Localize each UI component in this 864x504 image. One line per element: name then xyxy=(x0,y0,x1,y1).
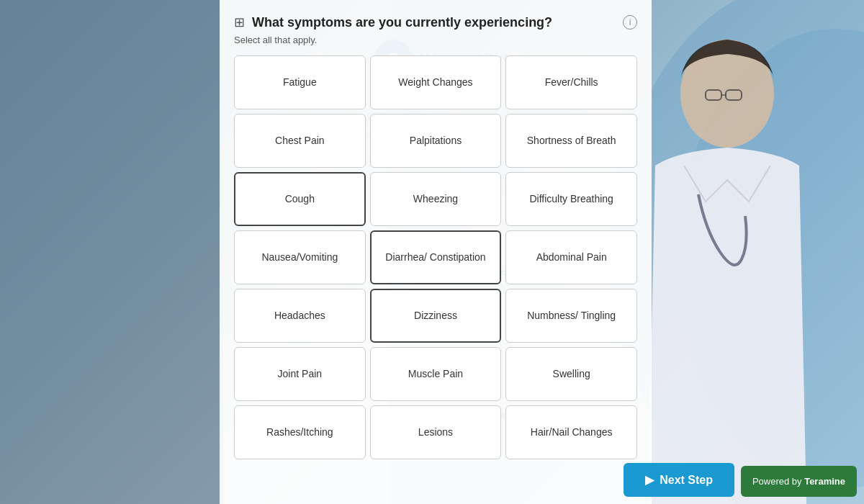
symptom-btn-chest-pain[interactable]: Chest Pain xyxy=(234,114,366,168)
modal-title-icon: ⊞ xyxy=(234,14,245,30)
symptom-btn-wheezing[interactable]: Wheezing xyxy=(370,172,502,226)
modal-header: ⊞ What symptoms are you currently experi… xyxy=(234,14,637,30)
teramine-brand: Teramine xyxy=(804,476,845,487)
symptom-btn-headaches[interactable]: Headaches xyxy=(234,289,366,343)
symptom-btn-fever-chills[interactable]: Fever/Chills xyxy=(505,55,637,109)
symptom-btn-lesions[interactable]: Lesions xyxy=(370,405,502,459)
info-icon[interactable]: i xyxy=(623,15,637,30)
powered-by-badge[interactable]: Powered by Teramine xyxy=(741,466,857,497)
next-step-label: Next Step xyxy=(660,474,713,487)
symptom-btn-hair-nail-changes[interactable]: Hair/Nail Changes xyxy=(505,405,637,459)
symptom-btn-diarrhea-constipation[interactable]: Diarrhea/ Constipation xyxy=(370,230,502,284)
symptoms-grid: FatigueWeight ChangesFever/ChillsChest P… xyxy=(234,55,637,459)
symptoms-modal: ⊞ What symptoms are you currently experi… xyxy=(220,0,652,504)
symptom-btn-difficulty-breathing[interactable]: Difficulty Breathing xyxy=(505,172,637,226)
symptom-btn-palpitations[interactable]: Palpitations xyxy=(370,114,502,168)
symptom-btn-fatigue[interactable]: Fatigue xyxy=(234,55,366,109)
next-step-icon: ▶ xyxy=(645,473,654,487)
symptom-btn-cough[interactable]: Cough xyxy=(234,172,366,226)
symptom-btn-shortness-of-breath[interactable]: Shortness of Breath xyxy=(505,114,637,168)
modal-title: What symptoms are you currently experien… xyxy=(252,15,616,30)
symptom-btn-weight-changes[interactable]: Weight Changes xyxy=(370,55,502,109)
symptom-btn-abdominal-pain[interactable]: Abdominal Pain xyxy=(505,230,637,284)
symptom-btn-joint-pain[interactable]: Joint Pain xyxy=(234,347,366,401)
symptom-btn-muscle-pain[interactable]: Muscle Pain xyxy=(370,347,502,401)
powered-by-prefix: Powered by xyxy=(752,476,802,487)
symptom-btn-nausea-vomiting[interactable]: Nausea/Vomiting xyxy=(234,230,366,284)
next-step-button[interactable]: ▶ Next Step xyxy=(624,463,734,497)
symptom-btn-swelling[interactable]: Swelling xyxy=(505,347,637,401)
modal-subtitle: Select all that apply. xyxy=(234,35,637,45)
modal-overlay: ⊞ What symptoms are you currently experi… xyxy=(0,0,864,504)
symptom-btn-rashes-itching[interactable]: Rashes/Itching xyxy=(234,405,366,459)
symptom-btn-numbness-tingling[interactable]: Numbness/ Tingling xyxy=(505,289,637,343)
symptom-btn-dizziness[interactable]: Dizziness xyxy=(370,289,502,343)
